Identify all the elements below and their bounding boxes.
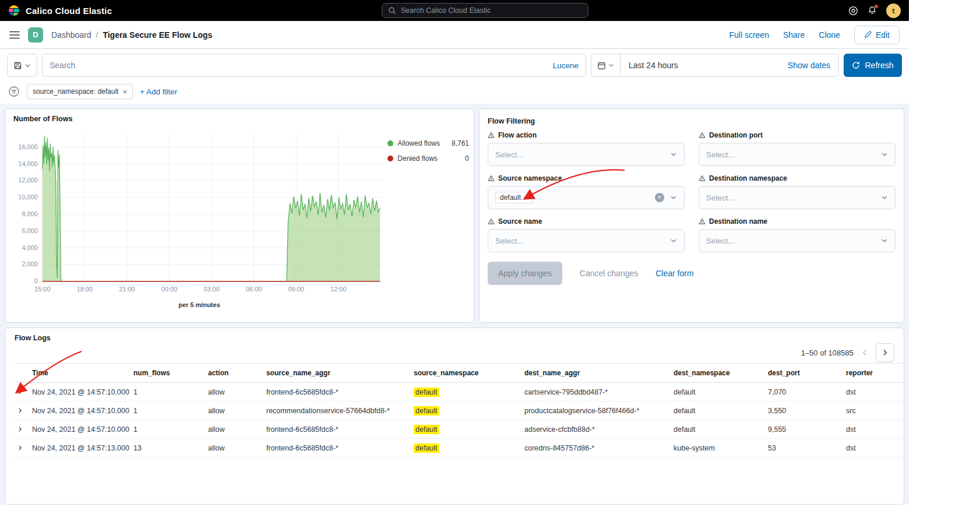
refresh-button[interactable]: Refresh [844, 54, 902, 77]
full-screen-button[interactable]: Full screen [729, 30, 769, 40]
cell-dest-namespace: default [671, 383, 766, 402]
denied-flows-dot [387, 156, 393, 161]
chevron-left-icon[interactable] [861, 348, 869, 357]
query-language-button[interactable]: Lucene [553, 61, 579, 70]
cell-source-namespace: default [411, 439, 522, 457]
add-filter-button[interactable]: + Add filter [140, 87, 177, 96]
svg-text:4,000: 4,000 [22, 244, 37, 251]
destination-name-field: Destination name Select... [699, 217, 896, 252]
query-input-wrapper[interactable]: Lucene [42, 54, 586, 77]
cell-action: allow [206, 402, 264, 420]
share-button[interactable]: Share [783, 30, 805, 40]
col-num-flows[interactable]: num_flows [131, 364, 206, 383]
pagination-range: 1–50 of 108585 [801, 348, 854, 357]
clear-form-button[interactable]: Clear form [655, 269, 693, 278]
expand-row-icon[interactable] [17, 407, 23, 414]
kibana-app: Calico Cloud Elastic t D Dashboard / [0, 0, 909, 507]
number-of-flows-panel: Number of Flows 15:0018:0021:0000:0003:0… [5, 108, 474, 323]
destination-name-select[interactable]: Select... [699, 229, 896, 252]
dashboard-area: Number of Flows 15:0018:0021:0000:0003:0… [0, 104, 909, 505]
cell-source-name-aggr: frontend-6c5685fdc8-* [264, 420, 411, 439]
col-action[interactable]: action [206, 364, 264, 383]
cell-reporter: dst [844, 439, 904, 457]
col-time[interactable]: Time [30, 364, 131, 383]
calendar-menu-button[interactable] [591, 54, 621, 76]
expand-row-icon[interactable] [17, 389, 23, 395]
destination-namespace-select[interactable]: Select... [699, 186, 896, 209]
col-dest-namespace[interactable]: dest_namespace [671, 364, 766, 383]
filter-settings-icon[interactable] [8, 86, 20, 97]
destination-port-select[interactable]: Select... [699, 143, 896, 166]
cell-num-flows: 13 [131, 439, 206, 457]
remove-filter-icon[interactable]: × [122, 87, 127, 96]
cell-source-name-aggr: frontend-6c5685fdc8-* [264, 383, 411, 402]
pencil-icon [864, 31, 872, 38]
expand-row-icon[interactable] [17, 426, 23, 432]
cell-action: allow [206, 420, 264, 439]
query-input[interactable] [50, 61, 553, 70]
chevron-down-icon [670, 194, 677, 201]
legend-item-allowed[interactable]: Allowed flows 8,761 [387, 139, 469, 147]
time-range-value[interactable]: Last 24 hours [621, 61, 686, 70]
col-source-name-aggr[interactable]: source_name_aggr [264, 364, 411, 383]
denied-flows-count: 0 [465, 154, 469, 163]
selected-tag-default[interactable]: default × [495, 192, 533, 203]
global-header: Calico Cloud Elastic t [0, 0, 909, 21]
col-dest-name-aggr[interactable]: dest_name_aggr [522, 364, 671, 383]
cell-dest-name-aggr: productcatalogservice-58f76f466d-* [522, 402, 671, 420]
flow-action-select[interactable]: Select... [488, 143, 685, 166]
cell-dest-namespace: kube-system [671, 439, 766, 457]
user-avatar[interactable]: t [886, 3, 901, 18]
legend-item-denied[interactable]: Denied flows 0 [387, 154, 469, 163]
table-row: Nov 24, 2021 @ 14:57:10.000 1 allow fron… [15, 383, 904, 402]
elastic-logo[interactable] [8, 5, 20, 16]
panel-title: Number of Flows [13, 115, 469, 123]
cell-reporter: src [844, 402, 904, 420]
chevron-down-icon [670, 237, 677, 244]
breadcrumb-dashboard[interactable]: Dashboard [51, 30, 91, 40]
space-badge[interactable]: D [28, 27, 43, 43]
cell-dest-name-aggr: coredns-845757d86-* [522, 439, 671, 457]
apply-changes-button[interactable]: Apply changes [488, 262, 562, 285]
panel-title: Flow Filtering [488, 117, 896, 125]
col-dest-port[interactable]: dest_port [766, 364, 844, 383]
notifications-bell-icon[interactable] [868, 6, 877, 15]
clone-button[interactable]: Clone [819, 30, 840, 40]
show-dates-button[interactable]: Show dates [788, 61, 838, 70]
breadcrumb-bar: D Dashboard / Tigera Secure EE Flow Logs… [0, 21, 909, 49]
expand-row-icon[interactable] [17, 445, 23, 451]
pagination: 1–50 of 108585 [10, 342, 899, 363]
col-source-namespace[interactable]: source_namespace [411, 364, 522, 383]
warning-icon [488, 218, 495, 225]
deployment-icon[interactable] [848, 6, 858, 16]
cell-dest-port: 9,555 [766, 420, 844, 439]
table-row: Nov 24, 2021 @ 14:57:10.000 1 allow fron… [15, 420, 904, 439]
edit-button[interactable]: Edit [854, 26, 900, 44]
col-reporter[interactable]: reporter [844, 364, 904, 383]
filter-pill-source-namespace[interactable]: source_namespace: default × [27, 84, 133, 99]
chevron-right-icon[interactable] [876, 343, 894, 362]
table-row: Nov 24, 2021 @ 14:57:10.000 1 allow reco… [15, 402, 904, 420]
svg-text:21:00: 21:00 [119, 286, 135, 293]
cell-time: Nov 24, 2021 @ 14:57:13.000 [30, 439, 131, 457]
warning-icon [488, 175, 495, 182]
global-search-input[interactable] [401, 6, 582, 15]
clear-selection-icon[interactable]: × [655, 193, 664, 202]
svg-text:12:00: 12:00 [330, 286, 346, 293]
cancel-changes-button[interactable]: Cancel changes [580, 269, 638, 278]
flow-action-field: Flow action Select... [488, 131, 685, 166]
cell-reporter: dst [844, 383, 904, 402]
global-search[interactable] [382, 3, 588, 18]
cell-source-name-aggr: recommendationservice-57664dbfd8-* [264, 402, 411, 420]
flows-area-chart: 15:0018:0021:0000:0003:0006:0009:0012:00… [10, 125, 387, 300]
source-name-select[interactable]: Select... [488, 229, 685, 252]
remove-tag-icon[interactable]: × [524, 193, 528, 202]
warning-icon [699, 175, 706, 182]
saved-query-menu-button[interactable] [7, 54, 37, 77]
destination-port-field: Destination port Select... [699, 131, 896, 166]
svg-text:12,000: 12,000 [18, 177, 38, 184]
hamburger-menu-icon[interactable] [9, 31, 20, 39]
calendar-icon [597, 61, 606, 70]
chevron-down-icon [670, 151, 677, 158]
source-namespace-combobox[interactable]: default × × [488, 186, 685, 209]
